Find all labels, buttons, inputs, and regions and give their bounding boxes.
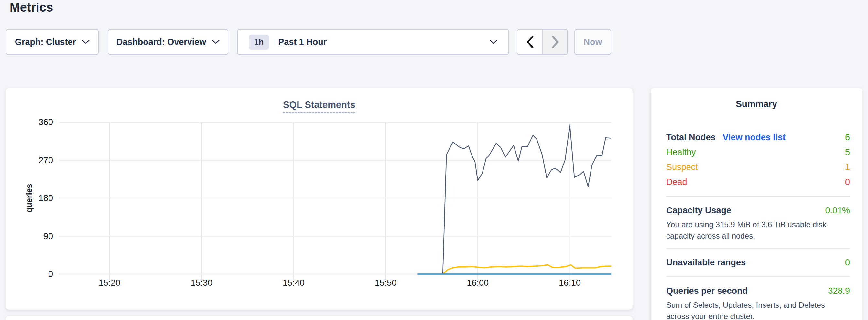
suspect-value: 1	[845, 162, 850, 172]
dead-value: 0	[845, 177, 850, 187]
unavailable-ranges-row: Unavailable ranges 0	[666, 255, 850, 270]
y-tick-label: 180	[6, 193, 53, 203]
now-button[interactable]: Now	[575, 29, 611, 55]
next-chart-card	[6, 316, 632, 320]
page-title: Metrics	[10, 1, 53, 14]
chart-title[interactable]: SQL Statements	[283, 100, 355, 114]
graph-dropdown[interactable]: Graph: Cluster	[6, 29, 99, 55]
chevron-down-icon	[490, 40, 497, 44]
capacity-usage-label: Capacity Usage	[666, 205, 731, 216]
summary-panel: Summary Total Nodes View nodes list 6 He…	[651, 88, 862, 320]
y-tick-label: 270	[6, 155, 53, 165]
queries-per-second-label: Queries per second	[666, 286, 748, 296]
chevron-down-icon	[82, 40, 90, 44]
y-tick-label: 360	[6, 117, 53, 127]
y-tick-label: 90	[6, 231, 53, 242]
chevron-right-icon	[551, 35, 559, 49]
healthy-value: 5	[845, 148, 850, 157]
unavailable-ranges-value: 0	[845, 258, 850, 268]
divider	[666, 196, 850, 196]
time-range-label: Past 1 Hour	[278, 37, 490, 47]
dashboard-dropdown[interactable]: Dashboard: Overview	[108, 29, 228, 55]
x-tick-label: 15:20	[99, 278, 121, 288]
chevron-left-icon	[526, 35, 534, 49]
now-button-label: Now	[584, 37, 602, 47]
healthy-nodes-row: Healthy 5	[666, 145, 850, 160]
x-tick-label: 15:50	[375, 278, 397, 288]
capacity-usage-value: 0.01%	[825, 205, 850, 216]
healthy-label: Healthy	[666, 148, 696, 157]
suspect-label: Suspect	[666, 162, 698, 172]
chevron-down-icon	[212, 40, 220, 44]
x-tick-label: 16:10	[559, 278, 581, 288]
total-nodes-row: Total Nodes View nodes list 6	[666, 130, 850, 145]
summary-title: Summary	[651, 88, 862, 109]
time-window-nav	[517, 29, 568, 55]
capacity-usage-description: You are using 315.9 MiB of 3.6 TiB usabl…	[666, 219, 850, 242]
total-nodes-label: Total Nodes	[666, 132, 716, 142]
capacity-usage-row: Capacity Usage 0.01%	[666, 203, 850, 218]
queries-per-second-row: Queries per second 328.9	[666, 284, 850, 298]
queries-per-second-value: 328.9	[828, 286, 850, 296]
dashboard-dropdown-label: Dashboard: Overview	[117, 37, 206, 47]
plot-svg[interactable]	[59, 122, 611, 282]
graph-dropdown-label: Graph: Cluster	[15, 37, 76, 47]
y-tick-label: 0	[6, 269, 53, 279]
previous-window-button[interactable]	[518, 30, 542, 54]
suspect-nodes-row: Suspect 1	[666, 160, 850, 174]
chart-title-row: SQL Statements	[6, 100, 632, 114]
unavailable-ranges-label: Unavailable ranges	[666, 258, 746, 268]
dead-label: Dead	[666, 177, 687, 187]
x-tick-label: 15:40	[283, 278, 305, 288]
metrics-page: Metrics Graph: Cluster Dashboard: Overvi…	[0, 0, 868, 320]
total-nodes-value: 6	[845, 132, 850, 142]
next-window-button[interactable]	[542, 30, 567, 54]
divider	[666, 276, 850, 277]
queries-per-second-description: Sum of Selects, Updates, Inserts, and De…	[666, 299, 850, 320]
view-nodes-list-link[interactable]: View nodes list	[723, 132, 786, 142]
x-tick-label: 15:30	[190, 278, 213, 288]
sql-statements-chart-card: SQL Statements queries 090180270360 15:2…	[6, 88, 632, 310]
time-range-badge: 1h	[249, 35, 269, 50]
dead-nodes-row: Dead 0	[666, 174, 850, 189]
divider	[666, 248, 850, 249]
x-tick-label: 16:00	[467, 278, 489, 288]
time-range-selector[interactable]: 1h Past 1 Hour	[237, 29, 509, 55]
